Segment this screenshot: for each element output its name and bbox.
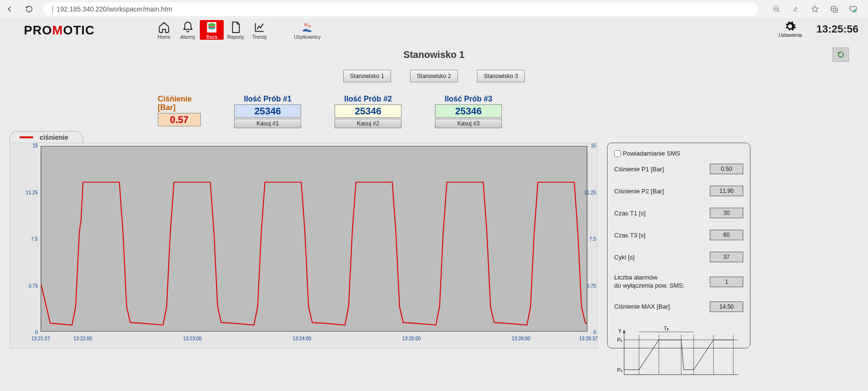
sms-checkbox[interactable] (614, 150, 621, 157)
metric-title: Ilość Prób #3 (445, 95, 492, 103)
url-bar[interactable]: | 192.185.340.220/workspacer/main.htm (43, 2, 758, 16)
browser-right-icons (767, 4, 863, 14)
nav-database[interactable]: Baza (200, 20, 224, 40)
nav-settings[interactable]: Ustawienia (779, 20, 802, 38)
settings-value[interactable]: 1 (710, 277, 743, 287)
refresh-button[interactable] (833, 47, 849, 62)
nav-reports[interactable]: Raporty (224, 20, 248, 40)
settings-label: Ciśnienie P2 [Bar] (614, 188, 664, 195)
metrics-row: Ciśńienie [Bar] 0.57 Ilość Prób #1 25346… (158, 95, 858, 128)
reload-button[interactable] (24, 4, 34, 14)
chart-icon (253, 21, 266, 34)
nav-label: Raporty (228, 34, 244, 40)
station-button-3[interactable]: Stanowisko 3 (477, 70, 525, 82)
settings-label: Czas T1 [s] (614, 210, 646, 217)
x-tick: 13:24:00 (293, 336, 311, 341)
sms-checkbox-row[interactable]: Powiadamianie SMS (614, 150, 743, 157)
zoom-out-icon[interactable] (771, 4, 782, 14)
reset-button-2[interactable]: Kasuj #2 (335, 119, 401, 128)
y-tick: 0 (593, 330, 596, 335)
nav-home[interactable]: Home (152, 20, 176, 40)
sms-label: Powiadamianie SMS (623, 150, 680, 157)
legend-line-icon (20, 136, 33, 138)
metric-title: Ciśńienie [Bar] (158, 95, 201, 112)
y-tick: 7.5 (14, 236, 38, 242)
settings-value[interactable]: 37 (710, 252, 743, 262)
database-icon (206, 21, 218, 34)
y-tick: 15 (14, 143, 38, 148)
y-tick: 11.25 (14, 190, 38, 195)
y-tick: 0 (14, 330, 38, 335)
x-tick: 13:25:00 (402, 336, 421, 341)
diagram-y-label: Y (618, 328, 621, 334)
station-button-1[interactable]: Stanowisko 1 (343, 70, 391, 82)
app-toolbar: PROMOTIC Home Alarmy Baza Raporty Trendy… (0, 18, 868, 44)
health-icon[interactable] (848, 4, 858, 14)
reset-button-1[interactable]: Kasuj #1 (234, 119, 301, 128)
settings-value[interactable]: 11.90 (710, 186, 743, 196)
back-button[interactable] (5, 4, 15, 14)
svg-point-8 (308, 25, 311, 28)
metric-value: 25346 (234, 104, 301, 118)
y-tick: 3.75 (14, 283, 38, 289)
settings-row: Czas T3 [s]60 (614, 230, 743, 240)
metric-title: Ilość Prób #1 (244, 95, 292, 103)
nav-alarms[interactable]: Alarmy (176, 20, 200, 40)
settings-label: Czas T3 [s] (614, 232, 646, 239)
nav-label: Baza (206, 34, 217, 40)
diagram-t3-label: T₃ (664, 326, 669, 331)
metric-pressure: Ciśńienie [Bar] 0.57 (158, 95, 201, 126)
refresh-icon (837, 51, 845, 58)
metric-count-1: Ilość Prób #1 25346 Kasuj #1 (234, 95, 301, 128)
logo: PROMOTIC (24, 23, 95, 38)
clock: 13:25:56 (816, 23, 858, 35)
browser-bar: | 192.185.340.220/workspacer/main.htm (0, 0, 868, 18)
diagram-p1-label: P₁ (617, 367, 622, 372)
y-tick: 3.75 (587, 283, 596, 289)
x-tick: 13:23:00 (183, 336, 202, 341)
x-tick: 13:21:37 (32, 336, 50, 341)
settings-row: Liczba alarmówdo wyłączenia pow. SMS:1 (614, 274, 743, 290)
legend-label: ciśnienie (40, 134, 68, 141)
logo-pre: PRO (24, 23, 52, 37)
gear-icon (784, 20, 796, 33)
settings-value[interactable]: 30 (710, 208, 743, 218)
cycle-diagram: Y P₂ P₁ T₃ (614, 324, 743, 380)
logo-post: OTIC (63, 23, 95, 37)
settings-row: Ciśnienie P2 [Bar]11.90 (614, 186, 743, 196)
chart-legend: ciśnienie (10, 131, 83, 143)
home-icon (158, 21, 170, 34)
url-separator: | (52, 5, 54, 13)
settings-label: Ciśnienie P1 [Bar] (614, 166, 664, 173)
pressure-chart[interactable]: 1511.257.53.750 1511.257.53.750 13:21:37… (10, 143, 597, 348)
metric-value: 0.57 (158, 113, 201, 126)
favorite-icon[interactable] (810, 4, 820, 14)
nav-label: Użytkownicy (294, 34, 321, 40)
nav-label: Alarmy (181, 34, 195, 40)
read-aloud-icon[interactable] (791, 4, 801, 14)
reset-button-3[interactable]: Kasuj #3 (435, 119, 502, 128)
settings-row: Ciśnienie MAX [Bar]14.50 (614, 302, 743, 312)
x-tick: 13:22:00 (74, 336, 92, 341)
bell-icon (182, 21, 194, 34)
document-icon (229, 21, 242, 34)
nav-users[interactable]: Użytkownicy (295, 20, 319, 40)
metric-count-3: Ilość Prób #3 25346 Kasuj #3 (435, 95, 502, 128)
nav-trends[interactable]: Trendy (248, 20, 271, 40)
settings-row: Czas T1 [s]30 (614, 208, 743, 218)
collections-icon[interactable] (829, 4, 839, 14)
x-tick: 13:26:00 (512, 336, 531, 341)
settings-value[interactable]: 0.50 (710, 164, 743, 174)
settings-value[interactable]: 14.50 (710, 302, 743, 312)
nav-label: Home (158, 34, 171, 40)
settings-panel: Powiadamianie SMS Ciśnienie P1 [Bar]0.50… (607, 143, 750, 348)
settings-label: Liczba alarmówdo wyłączenia pow. SMS: (614, 274, 684, 290)
logo-mid: M (52, 23, 63, 37)
metric-count-2: Ilość Prób #2 25346 Kasuj #2 (335, 95, 401, 128)
page-title: Stanowisko 1 (403, 49, 465, 60)
station-button-2[interactable]: Stanowisko 2 (410, 70, 458, 82)
x-tick: 13:26:37 (579, 336, 598, 341)
settings-value[interactable]: 60 (710, 230, 743, 240)
settings-row: Cykl [s]37 (614, 252, 743, 262)
users-icon (301, 21, 314, 34)
